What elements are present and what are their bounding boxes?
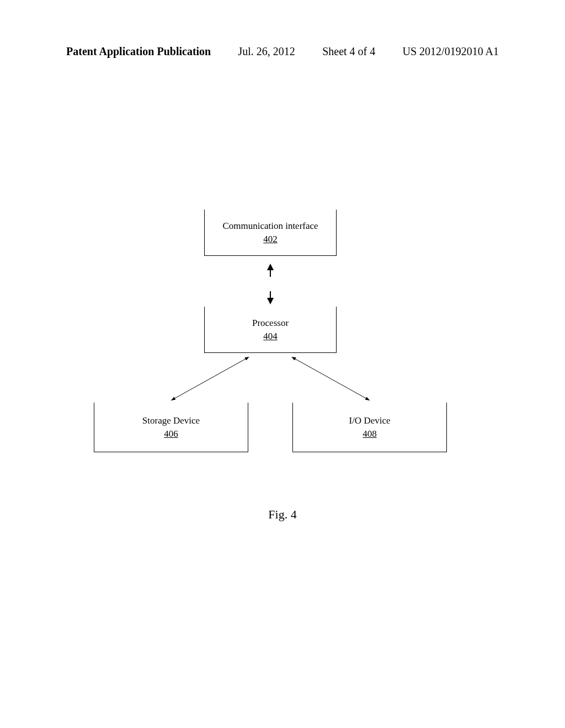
- svg-line-1: [292, 357, 370, 400]
- figure-caption: Fig. 4: [0, 507, 565, 522]
- diagram-area: Communication interface 402 Processor 40…: [0, 0, 565, 728]
- block-ref: 406: [164, 429, 178, 440]
- block-label: I/O Device: [349, 415, 390, 426]
- block-io-device: I/O Device 408: [292, 403, 447, 452]
- connector-processor-io: [0, 0, 565, 728]
- block-storage-device: Storage Device 406: [94, 403, 248, 452]
- block-ref: 408: [363, 429, 377, 440]
- block-label: Storage Device: [142, 415, 200, 426]
